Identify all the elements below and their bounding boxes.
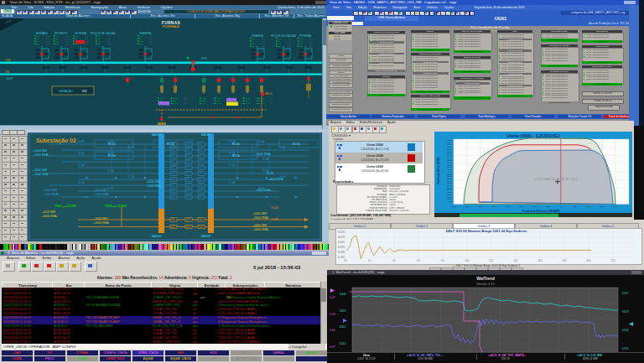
svg-text:2000: 2000 bbox=[613, 205, 618, 207]
svg-text:000: 000 bbox=[46, 43, 50, 45]
svg-text:2 190: 2 190 bbox=[217, 97, 222, 99]
svg-text:DJ1: DJ1 bbox=[199, 154, 203, 158]
svg-text:XL1A: XL1A bbox=[78, 152, 84, 155]
svg-text:BC1A: BC1A bbox=[232, 143, 240, 146]
svg-text:BC1A: BC1A bbox=[108, 143, 116, 146]
svg-text:DJ1: DJ1 bbox=[186, 166, 190, 169]
svg-text:GERAÇÃO: GERAÇÃO bbox=[59, 89, 73, 93]
svg-text:DJ1: DJ1 bbox=[171, 160, 175, 163]
svg-text:BC1A: BC1A bbox=[293, 143, 300, 146]
svg-text:2 190: 2 190 bbox=[246, 97, 251, 99]
svg-text:692: 692 bbox=[82, 90, 87, 93]
svg-text:62,885: 62,885 bbox=[338, 246, 345, 249]
svg-text:22,5: 22,5 bbox=[610, 259, 615, 262]
svg-text:6,5: 6,5 bbox=[417, 259, 420, 262]
svg-text:DJ1: DJ1 bbox=[171, 178, 175, 181]
svg-text:DJ1: DJ1 bbox=[171, 148, 175, 152]
svg-text:DJ1: DJ1 bbox=[199, 226, 203, 229]
svg-text:DJ1: DJ1 bbox=[171, 189, 175, 193]
svg-text:6311: 6311 bbox=[340, 325, 345, 329]
svg-text:2 190: 2 190 bbox=[174, 97, 179, 99]
svg-text:→0000 MW: →0000 MW bbox=[32, 169, 48, 172]
svg-text:→0000 MVAr: →0000 MVAr bbox=[252, 228, 269, 231]
svg-text:6293: 6293 bbox=[622, 347, 629, 350]
svg-text:6408: 6408 bbox=[340, 293, 346, 296]
svg-text:2,5: 2,5 bbox=[368, 259, 371, 262]
svg-text:TR21 ▬ 00 TAP: TR21 ▬ 00 TAP bbox=[55, 205, 77, 208]
svg-text:2 190: 2 190 bbox=[260, 97, 265, 99]
svg-text:XL1A: XL1A bbox=[258, 140, 264, 143]
svg-text:XL1A: XL1A bbox=[262, 158, 268, 161]
svg-text:-2500: -2500 bbox=[491, 205, 496, 207]
svg-text:000: 000 bbox=[309, 45, 314, 48]
svg-text:Subestação 03: Subestação 03 bbox=[36, 137, 76, 144]
svg-text:→0000 MVAr: →0000 MVAr bbox=[254, 153, 272, 156]
svg-text:DJ1: DJ1 bbox=[199, 160, 203, 163]
svg-text:000 kV: 000 kV bbox=[201, 235, 211, 238]
svg-text:→0000 MW: →0000 MW bbox=[32, 149, 48, 153]
svg-text:6359: 6359 bbox=[340, 309, 346, 313]
svg-text:→0000 MVAr: →0000 MVAr bbox=[267, 178, 284, 181]
svg-text:2 190: 2 190 bbox=[160, 97, 165, 99]
svg-text:DJ1: DJ1 bbox=[199, 148, 203, 152]
svg-text:→0000 MW: →0000 MW bbox=[92, 189, 108, 192]
svg-text:DJ1: DJ1 bbox=[186, 154, 190, 158]
svg-text:4,5: 4,5 bbox=[392, 259, 396, 262]
svg-text:-1500: -1500 bbox=[518, 205, 523, 207]
svg-text:000 kV: 000 kV bbox=[152, 133, 162, 137]
svg-text:→0000 MVAr: →0000 MVAr bbox=[42, 193, 60, 196]
svg-text:DJ1: DJ1 bbox=[186, 160, 190, 163]
svg-text:TR22 ▬ 00 TAP: TR22 ▬ 00 TAP bbox=[105, 205, 127, 208]
svg-text:DJ1: DJ1 bbox=[186, 178, 190, 181]
svg-text:14,5: 14,5 bbox=[513, 259, 518, 262]
svg-text:→0000 MW: →0000 MW bbox=[252, 212, 267, 215]
svg-text:6358: 6358 bbox=[622, 310, 629, 314]
svg-text:→0000 MVAr: →0000 MVAr bbox=[254, 189, 272, 192]
svg-text:DJ1: DJ1 bbox=[186, 143, 190, 146]
svg-text:63 W: 63 W bbox=[201, 57, 207, 60]
svg-text:FURNAS: FURNAS bbox=[163, 24, 179, 29]
svg-text:60 W: 60 W bbox=[7, 77, 13, 80]
svg-text:→0000 MVAr: →0000 MVAr bbox=[40, 215, 58, 218]
svg-text:20,5: 20,5 bbox=[586, 259, 591, 262]
svg-text:BC1A: BC1A bbox=[167, 143, 174, 146]
svg-text:DJ1: DJ1 bbox=[171, 195, 175, 199]
svg-text:1.00: 1.00 bbox=[330, 329, 335, 332]
svg-text:Usina U001 - C2U01UG1: Usina U001 - C2U01UG1 bbox=[506, 133, 560, 138]
svg-text:8,5: 8,5 bbox=[441, 259, 444, 262]
svg-text:61,692: 61,692 bbox=[338, 256, 345, 259]
svg-text:DJ1: DJ1 bbox=[186, 226, 190, 229]
svg-text:000: 000 bbox=[288, 45, 292, 48]
svg-text:63,481: 63,481 bbox=[338, 241, 345, 244]
svg-text:→0000 MW: →0000 MW bbox=[145, 180, 161, 184]
svg-text:XL1A: XL1A bbox=[229, 163, 235, 167]
svg-text:2 190: 2 190 bbox=[202, 97, 207, 99]
svg-text:XL1B: XL1B bbox=[267, 172, 274, 175]
svg-text:1000: 1000 bbox=[586, 205, 591, 207]
svg-text:64,078: 64,078 bbox=[338, 236, 345, 239]
svg-text:-2000: -2000 bbox=[505, 205, 510, 207]
svg-text:1500: 1500 bbox=[600, 205, 605, 207]
svg-text:→0000 MVAr: →0000 MVAr bbox=[32, 153, 49, 157]
svg-text:0.97: 0.97 bbox=[330, 345, 335, 349]
svg-text:DJ1: DJ1 bbox=[199, 178, 203, 181]
svg-text:DJ1: DJ1 bbox=[186, 172, 190, 175]
svg-text:12,5: 12,5 bbox=[489, 259, 494, 262]
svg-text:7439: 7439 bbox=[5, 59, 11, 62]
svg-text:DJ1: DJ1 bbox=[186, 184, 190, 187]
svg-text:000 kV: 000 kV bbox=[201, 133, 211, 137]
svg-text:000: 000 bbox=[262, 45, 266, 48]
svg-text:Potência Reativa (MVAR): Potência Reativa (MVAR) bbox=[522, 210, 561, 213]
svg-text:DJ1: DJ1 bbox=[199, 143, 203, 146]
svg-text:16,5: 16,5 bbox=[538, 259, 543, 262]
svg-text:-4000: -4000 bbox=[451, 205, 456, 207]
svg-text:-3000: -3000 bbox=[478, 205, 483, 207]
svg-text:18,5: 18,5 bbox=[562, 259, 567, 262]
svg-text:DJ1: DJ1 bbox=[171, 172, 175, 175]
svg-text:DJ1: DJ1 bbox=[199, 195, 203, 199]
svg-text:→0000 MVAr: →0000 MVAr bbox=[145, 184, 163, 188]
svg-text:1.03: 1.03 bbox=[330, 313, 335, 316]
svg-text:6391: 6391 bbox=[622, 292, 629, 295]
svg-text:XL1A: XL1A bbox=[128, 175, 134, 179]
svg-text:→0000 MVAr: →0000 MVAr bbox=[32, 173, 49, 176]
